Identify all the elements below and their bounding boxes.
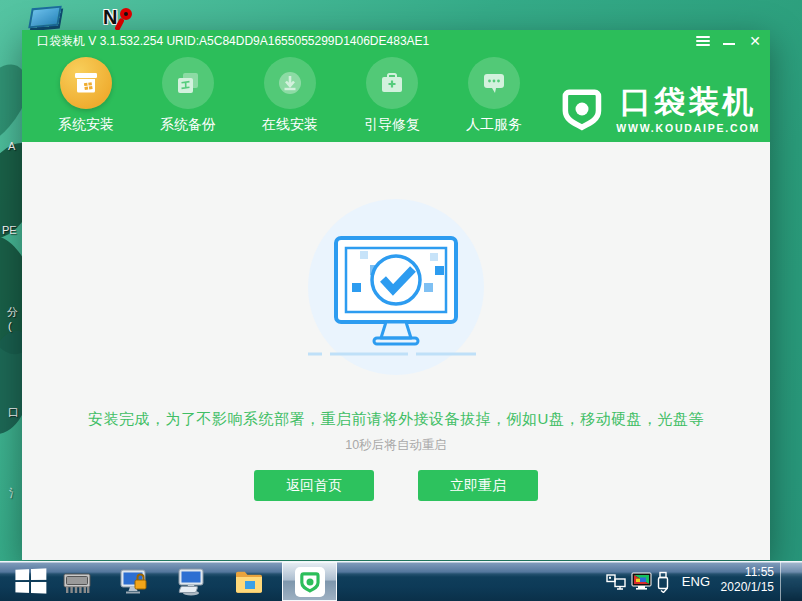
shield-dot-icon (295, 567, 325, 597)
koudai-shield-taskbar-icon[interactable] (282, 562, 337, 601)
nav-item-system-backup[interactable]: 系统备份 (148, 57, 228, 134)
desktop-icon-label[interactable]: 氵 (9, 486, 20, 501)
desktop-icon-label[interactable]: 口 (8, 405, 19, 420)
clock-date: 2020/1/15 (708, 580, 774, 595)
brand-name: 口袋装机 (616, 85, 760, 119)
chat-service-icon (468, 57, 520, 109)
nav-bar: 系统安装 系统备份 (22, 52, 770, 142)
desktop-icon-label[interactable]: A (8, 140, 15, 152)
desktop-icon-label[interactable]: PE (2, 224, 17, 236)
screen: N A PE 分 ( 口 氵 口袋装机 V 3.1.532.254 URID:A… (0, 0, 802, 601)
nav-label: 系统备份 (148, 116, 228, 134)
monitor-with-checkmark-icon (308, 199, 484, 375)
nav-item-human-service[interactable]: 人工服务 (454, 57, 534, 134)
return-home-button[interactable]: 返回首页 (254, 470, 374, 501)
nav-item-online-install[interactable]: 在线安装 (250, 57, 330, 134)
network-icon[interactable] (606, 574, 626, 594)
nav-label: 在线安装 (250, 116, 330, 134)
restart-countdown: 10秒后将自动重启 (22, 437, 770, 454)
desktop-icon-label[interactable]: 分 (7, 305, 18, 320)
window-title: 口袋装机 V 3.1.532.254 URID:A5C84DD9A1655055… (37, 33, 429, 50)
clock-time: 11:55 (708, 565, 774, 580)
nav-label: 系统安装 (46, 116, 126, 134)
nav-item-boot-repair[interactable]: 引导修复 (352, 57, 432, 134)
backup-copies-icon (162, 57, 214, 109)
online-download-icon (264, 57, 316, 109)
desktop-shortcut-screen-icon[interactable] (28, 6, 62, 29)
nav-label: 人工服务 (454, 116, 534, 134)
brand-logo: 口袋装机 WWW.KOUDAIPE.COM (558, 85, 760, 134)
nav-item-system-install[interactable]: 系统安装 (46, 57, 126, 134)
menu-button[interactable] (694, 33, 712, 49)
memory-chip-icon[interactable] (60, 566, 94, 598)
show-desktop-button[interactable] (780, 562, 802, 601)
monitor-lock-icon[interactable] (117, 566, 151, 598)
desktop-shortcut-nkey-icon[interactable]: N (103, 6, 139, 32)
folder-icon[interactable] (232, 566, 266, 598)
desktop-icon-label[interactable]: ( (8, 320, 12, 332)
koudai-installer-window: 口袋装机 V 3.1.532.254 URID:A5C84DD9A1655055… (22, 30, 770, 560)
language-indicator[interactable]: ENG (682, 574, 710, 589)
remote-desktop-icon[interactable] (174, 566, 208, 598)
nav-label: 引导修复 (352, 116, 432, 134)
taskbar: ENG 11:55 2020/1/15 (0, 561, 802, 601)
restart-now-button[interactable]: 立即重启 (418, 470, 538, 501)
brand-website: WWW.KOUDAIPE.COM (616, 122, 760, 134)
usb-icon[interactable] (656, 571, 670, 597)
display-color-icon[interactable] (631, 572, 652, 595)
boot-repair-toolbox-icon (366, 57, 418, 109)
shield-dot-icon (558, 85, 606, 133)
completion-message: 安装完成，为了不影响系统部署，重启前请将外接设备拔掉，例如U盘，移动硬盘，光盘等 (22, 410, 770, 429)
minimize-button[interactable] (720, 33, 738, 49)
close-button[interactable]: ✕ (746, 33, 764, 49)
install-box-icon (60, 57, 112, 109)
windows-start-icon[interactable] (15, 568, 48, 596)
main-content: 安装完成，为了不影响系统部署，重启前请将外接设备拔掉，例如U盘，移动硬盘，光盘等… (22, 142, 770, 560)
clock[interactable]: 11:55 2020/1/15 (708, 565, 774, 595)
title-bar[interactable]: 口袋装机 V 3.1.532.254 URID:A5C84DD9A1655055… (22, 30, 770, 52)
